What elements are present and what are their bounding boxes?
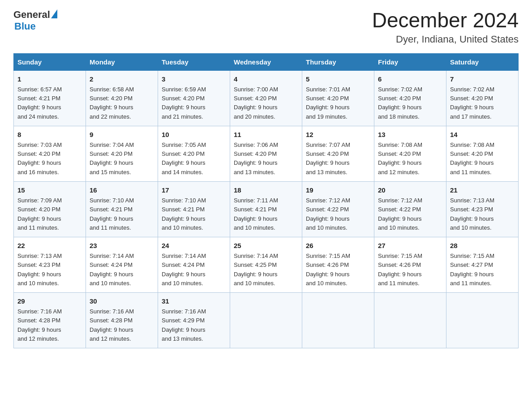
day-number: 22 xyxy=(17,241,82,251)
day-header-monday: Monday xyxy=(86,53,158,70)
day-info: Sunrise: 7:08 AMSunset: 4:20 PMDaylight:… xyxy=(450,141,494,175)
day-number: 8 xyxy=(17,130,82,140)
calendar-cell: 5 Sunrise: 7:01 AMSunset: 4:20 PMDayligh… xyxy=(302,70,374,126)
day-number: 4 xyxy=(234,74,298,85)
day-info: Sunrise: 7:15 AMSunset: 4:26 PMDaylight:… xyxy=(378,253,422,286)
day-info: Sunrise: 7:10 AMSunset: 4:21 PMDaylight:… xyxy=(162,197,206,231)
day-number: 16 xyxy=(90,185,154,196)
calendar-cell: 1 Sunrise: 6:57 AMSunset: 4:21 PMDayligh… xyxy=(14,70,86,126)
day-info: Sunrise: 7:11 AMSunset: 4:21 PMDaylight:… xyxy=(234,197,278,231)
day-info: Sunrise: 7:15 AMSunset: 4:27 PMDaylight:… xyxy=(450,253,494,286)
calendar-cell: 18 Sunrise: 7:11 AMSunset: 4:21 PMDaylig… xyxy=(230,181,302,237)
calendar-cell: 14 Sunrise: 7:08 AMSunset: 4:20 PMDaylig… xyxy=(446,126,519,181)
day-header-thursday: Thursday xyxy=(302,53,374,70)
day-number: 12 xyxy=(306,130,370,140)
calendar-cell: 25 Sunrise: 7:14 AMSunset: 4:25 PMDaylig… xyxy=(230,237,302,292)
day-info: Sunrise: 6:59 AMSunset: 4:20 PMDaylight:… xyxy=(162,86,206,120)
day-number: 19 xyxy=(306,185,370,196)
calendar-cell: 22 Sunrise: 7:13 AMSunset: 4:23 PMDaylig… xyxy=(14,237,86,292)
calendar-cell: 13 Sunrise: 7:08 AMSunset: 4:20 PMDaylig… xyxy=(374,126,446,181)
day-info: Sunrise: 7:07 AMSunset: 4:20 PMDaylight:… xyxy=(306,141,350,175)
day-number: 23 xyxy=(90,241,154,251)
day-number: 25 xyxy=(234,241,298,251)
day-info: Sunrise: 7:08 AMSunset: 4:20 PMDaylight:… xyxy=(378,141,422,175)
calendar-cell: 3 Sunrise: 6:59 AMSunset: 4:20 PMDayligh… xyxy=(158,70,230,126)
calendar-cell: 7 Sunrise: 7:02 AMSunset: 4:20 PMDayligh… xyxy=(446,70,519,126)
day-number: 29 xyxy=(17,296,82,307)
logo-icon: General Blue xyxy=(13,9,57,32)
day-info: Sunrise: 7:02 AMSunset: 4:20 PMDaylight:… xyxy=(378,86,422,120)
day-info: Sunrise: 7:16 AMSunset: 4:28 PMDaylight:… xyxy=(17,308,62,342)
calendar-cell: 19 Sunrise: 7:12 AMSunset: 4:22 PMDaylig… xyxy=(302,181,374,237)
calendar-cell: 31 Sunrise: 7:16 AMSunset: 4:29 PMDaylig… xyxy=(158,292,230,348)
calendar-title: December 2024 xyxy=(372,9,519,32)
day-info: Sunrise: 7:09 AMSunset: 4:20 PMDaylight:… xyxy=(17,197,62,231)
calendar-cell: 28 Sunrise: 7:15 AMSunset: 4:27 PMDaylig… xyxy=(446,237,519,292)
day-info: Sunrise: 7:01 AMSunset: 4:20 PMDaylight:… xyxy=(306,86,350,120)
day-number: 27 xyxy=(378,241,442,251)
day-info: Sunrise: 7:16 AMSunset: 4:28 PMDaylight:… xyxy=(90,308,134,342)
day-number: 21 xyxy=(450,185,515,196)
calendar-cell: 30 Sunrise: 7:16 AMSunset: 4:28 PMDaylig… xyxy=(86,292,158,348)
calendar-cell: 9 Sunrise: 7:04 AMSunset: 4:20 PMDayligh… xyxy=(86,126,158,181)
calendar-cell: 29 Sunrise: 7:16 AMSunset: 4:28 PMDaylig… xyxy=(14,292,86,348)
day-info: Sunrise: 7:02 AMSunset: 4:20 PMDaylight:… xyxy=(450,86,494,120)
calendar-cell: 15 Sunrise: 7:09 AMSunset: 4:20 PMDaylig… xyxy=(14,181,86,237)
calendar-cell xyxy=(446,292,519,348)
day-info: Sunrise: 7:15 AMSunset: 4:26 PMDaylight:… xyxy=(306,253,350,286)
calendar-cell xyxy=(230,292,302,348)
day-info: Sunrise: 7:06 AMSunset: 4:20 PMDaylight:… xyxy=(234,141,278,175)
week-row-1: 1 Sunrise: 6:57 AMSunset: 4:21 PMDayligh… xyxy=(14,70,519,126)
day-number: 1 xyxy=(17,74,82,85)
day-number: 5 xyxy=(306,74,370,85)
day-number: 15 xyxy=(17,185,82,196)
title-section: December 2024 Dyer, Indiana, United Stat… xyxy=(372,9,519,45)
day-number: 31 xyxy=(162,296,226,307)
calendar-table: SundayMondayTuesdayWednesdayThursdayFrid… xyxy=(13,53,519,348)
day-info: Sunrise: 6:57 AMSunset: 4:21 PMDaylight:… xyxy=(17,86,62,120)
day-number: 6 xyxy=(378,74,442,85)
calendar-cell xyxy=(374,292,446,348)
calendar-cell: 20 Sunrise: 7:12 AMSunset: 4:22 PMDaylig… xyxy=(374,181,446,237)
logo-text-general: General xyxy=(13,9,50,21)
day-number: 3 xyxy=(162,74,226,85)
day-info: Sunrise: 7:03 AMSunset: 4:20 PMDaylight:… xyxy=(17,141,62,175)
page-header: General Blue December 2024 Dyer, Indiana… xyxy=(13,9,519,45)
calendar-cell: 16 Sunrise: 7:10 AMSunset: 4:21 PMDaylig… xyxy=(86,181,158,237)
calendar-cell: 6 Sunrise: 7:02 AMSunset: 4:20 PMDayligh… xyxy=(374,70,446,126)
day-info: Sunrise: 7:13 AMSunset: 4:23 PMDaylight:… xyxy=(450,197,494,231)
calendar-cell: 12 Sunrise: 7:07 AMSunset: 4:20 PMDaylig… xyxy=(302,126,374,181)
calendar-cell: 21 Sunrise: 7:13 AMSunset: 4:23 PMDaylig… xyxy=(446,181,519,237)
day-header-sunday: Sunday xyxy=(14,53,86,70)
day-info: Sunrise: 7:13 AMSunset: 4:23 PMDaylight:… xyxy=(17,253,62,286)
day-number: 28 xyxy=(450,241,515,251)
day-number: 18 xyxy=(234,185,298,196)
day-number: 24 xyxy=(162,241,226,251)
calendar-cell: 23 Sunrise: 7:14 AMSunset: 4:24 PMDaylig… xyxy=(86,237,158,292)
day-info: Sunrise: 7:14 AMSunset: 4:24 PMDaylight:… xyxy=(162,253,206,286)
day-number: 13 xyxy=(378,130,442,140)
calendar-cell: 24 Sunrise: 7:14 AMSunset: 4:24 PMDaylig… xyxy=(158,237,230,292)
week-row-4: 22 Sunrise: 7:13 AMSunset: 4:23 PMDaylig… xyxy=(14,237,519,292)
logo-text-blue: Blue xyxy=(14,21,36,32)
day-info: Sunrise: 7:14 AMSunset: 4:24 PMDaylight:… xyxy=(90,253,134,286)
day-number: 30 xyxy=(90,296,154,307)
day-header-wednesday: Wednesday xyxy=(230,53,302,70)
day-header-saturday: Saturday xyxy=(446,53,519,70)
day-header-tuesday: Tuesday xyxy=(158,53,230,70)
day-info: Sunrise: 6:58 AMSunset: 4:20 PMDaylight:… xyxy=(90,86,134,120)
week-row-5: 29 Sunrise: 7:16 AMSunset: 4:28 PMDaylig… xyxy=(14,292,519,348)
days-of-week-row: SundayMondayTuesdayWednesdayThursdayFrid… xyxy=(14,53,519,70)
calendar-cell: 4 Sunrise: 7:00 AMSunset: 4:20 PMDayligh… xyxy=(230,70,302,126)
calendar-cell: 26 Sunrise: 7:15 AMSunset: 4:26 PMDaylig… xyxy=(302,237,374,292)
day-number: 14 xyxy=(450,130,515,140)
calendar-cell xyxy=(302,292,374,348)
day-number: 7 xyxy=(450,74,515,85)
calendar-cell: 2 Sunrise: 6:58 AMSunset: 4:20 PMDayligh… xyxy=(86,70,158,126)
calendar-subtitle: Dyer, Indiana, United States xyxy=(372,34,519,45)
day-number: 26 xyxy=(306,241,370,251)
day-number: 20 xyxy=(378,185,442,196)
logo: General Blue xyxy=(13,9,57,32)
day-number: 9 xyxy=(90,130,154,140)
calendar-cell: 27 Sunrise: 7:15 AMSunset: 4:26 PMDaylig… xyxy=(374,237,446,292)
